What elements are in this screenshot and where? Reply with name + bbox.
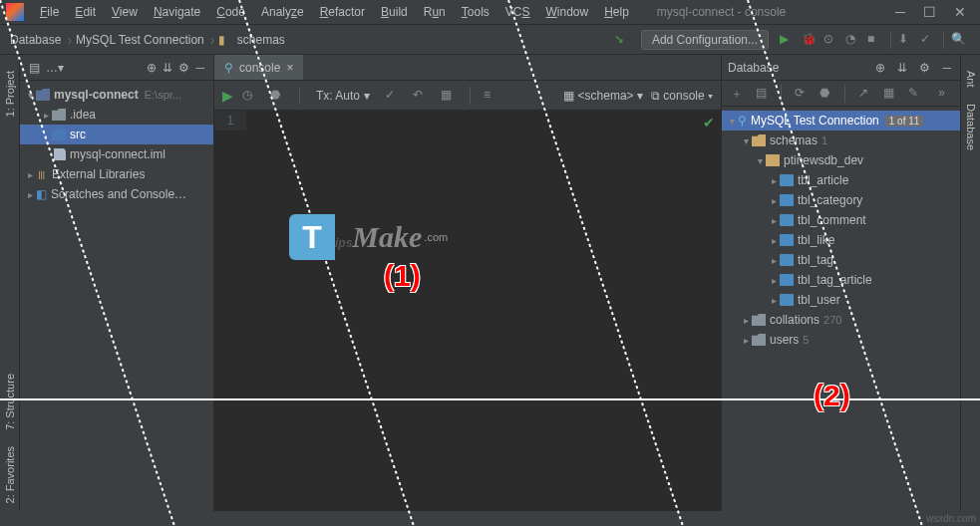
execute-icon[interactable]: ▶: [222, 88, 233, 104]
close-icon[interactable]: ×: [286, 61, 293, 75]
gear-icon[interactable]: ⚙: [178, 61, 189, 75]
more-icon[interactable]: »: [938, 86, 951, 102]
table-icon[interactable]: ▦: [883, 86, 896, 102]
hide-icon[interactable]: ─: [195, 61, 204, 75]
settings-icon[interactable]: ≡: [484, 88, 499, 104]
tx-mode-selector[interactable]: Tx: Auto ▾: [316, 89, 370, 103]
right-tool-strip: Ant Database: [960, 55, 980, 511]
database-toolbar: ＋ ▤ ⟳ ⬣ ↗ ▦ ✎ »: [722, 81, 960, 107]
menu-view[interactable]: View: [104, 2, 146, 22]
db-users[interactable]: users: [770, 333, 799, 347]
collapse-icon[interactable]: ⇊: [897, 61, 907, 75]
schema-selector[interactable]: ▦ <schema> ▾: [563, 89, 643, 103]
stop-icon[interactable]: ⬣: [270, 88, 286, 104]
close-button[interactable]: ✕: [954, 4, 966, 20]
tab-label: console: [239, 61, 280, 75]
db-schemas-folder[interactable]: schemas: [770, 133, 817, 147]
project-pane: ▤ …▾ ⊕ ⇊ ⚙ ─ ▾mysql-connectE:\spr... ▸.i…: [20, 55, 214, 511]
tree-item[interactable]: External Libraries: [52, 167, 145, 181]
db-table[interactable]: tbl_like: [798, 233, 834, 247]
build-icon[interactable]: ↘: [614, 32, 630, 48]
db-table[interactable]: tbl_article: [798, 173, 848, 187]
project-path: E:\spr...: [145, 89, 181, 101]
source-label: wsxdn.com: [926, 513, 976, 524]
tree-item[interactable]: .idea: [70, 108, 96, 122]
left-tool-strip: 1: Project 7: Structure 2: Favorites: [0, 55, 20, 511]
menu-help[interactable]: Help: [596, 2, 637, 22]
tree-item[interactable]: Scratches and Console…: [51, 187, 186, 201]
menu-bar: File Edit View Navigate Code Analyze Ref…: [0, 0, 980, 25]
chevron-right-icon: ›: [67, 32, 72, 48]
locate-icon[interactable]: ⊕: [147, 61, 157, 75]
db-table[interactable]: tbl_category: [798, 193, 862, 207]
tree-item[interactable]: src: [70, 128, 86, 141]
tool-tab-project[interactable]: 1: Project: [2, 63, 18, 125]
maximize-button[interactable]: ☐: [923, 4, 936, 20]
coverage-icon[interactable]: ⊙: [823, 32, 839, 48]
stop-icon[interactable]: ■: [867, 32, 883, 48]
menu-vcs[interactable]: VCS: [497, 2, 538, 22]
debug-icon[interactable]: 🐞: [802, 32, 817, 48]
menu-window[interactable]: Window: [537, 2, 596, 22]
tree-item[interactable]: mysql-connect.iml: [70, 147, 165, 161]
project-view-icon[interactable]: ▤: [29, 61, 40, 75]
menu-edit[interactable]: Edit: [67, 2, 104, 22]
hide-icon[interactable]: ─: [942, 61, 951, 75]
filter-icon[interactable]: ▤: [756, 86, 769, 102]
project-root[interactable]: mysql-connect: [54, 88, 139, 102]
console-selector[interactable]: ⧉ console ▾: [651, 89, 713, 103]
db-collations[interactable]: collations: [770, 313, 819, 327]
db-table[interactable]: tbl_tag_article: [798, 273, 872, 287]
project-tree[interactable]: ▾mysql-connectE:\spr... ▸.idea src mysql…: [20, 81, 213, 208]
chevron-right-icon: ›: [210, 32, 215, 48]
breadcrumb-item[interactable]: MySQL Test Connection: [76, 33, 204, 47]
menu-build[interactable]: Build: [373, 2, 416, 22]
edit-icon[interactable]: ✎: [908, 86, 921, 102]
history-icon[interactable]: ◷: [242, 88, 258, 104]
window-title: mysql-connect - console: [657, 5, 786, 19]
navigation-bar: Database › MySQL Test Connection › ▮ sch…: [0, 25, 980, 55]
collapse-icon[interactable]: ⇊: [163, 61, 172, 75]
menu-navigate[interactable]: Navigate: [146, 2, 208, 22]
ide-logo-icon: [6, 3, 24, 21]
annotation-divider: [0, 398, 980, 400]
menu-tools[interactable]: Tools: [454, 2, 497, 22]
menu-analyze[interactable]: Analyze: [253, 2, 312, 22]
stop-icon[interactable]: ⬣: [819, 86, 832, 102]
db-schema[interactable]: ptinewsdb_dev: [784, 153, 863, 167]
tool-tab-ant[interactable]: Ant: [963, 63, 979, 96]
commit-icon[interactable]: ✓: [385, 88, 401, 104]
gear-icon[interactable]: ⚙: [919, 61, 930, 75]
minimize-button[interactable]: ─: [895, 4, 905, 20]
jump-icon[interactable]: ↗: [858, 86, 871, 102]
menu-file[interactable]: File: [32, 2, 67, 22]
vcs-commit-icon[interactable]: ✓: [920, 32, 936, 48]
refresh-icon[interactable]: ⟳: [795, 86, 808, 102]
add-icon[interactable]: ＋: [731, 86, 744, 102]
search-icon[interactable]: 🔍: [951, 32, 967, 48]
inspection-ok-icon[interactable]: ✔: [703, 115, 715, 131]
tool-tab-database[interactable]: Database: [963, 96, 979, 158]
db-table[interactable]: tbl_user: [798, 293, 840, 307]
db-connection[interactable]: MySQL Test Connection: [751, 114, 879, 128]
breadcrumb-item[interactable]: ▮ schemas: [218, 33, 284, 47]
tool-tab-structure[interactable]: 7: Structure: [2, 366, 18, 438]
add-configuration-button[interactable]: Add Configuration...: [641, 30, 769, 50]
vcs-update-icon[interactable]: ⬇: [898, 32, 914, 48]
breadcrumb-item[interactable]: Database: [10, 33, 61, 47]
database-tree[interactable]: ▾⚲MySQL Test Connection1 of 11 ▾schemas1…: [722, 107, 960, 511]
tool-tab-favorites[interactable]: 2: Favorites: [2, 438, 18, 511]
project-dropdown-icon[interactable]: …▾: [46, 61, 64, 75]
locate-icon[interactable]: ⊕: [875, 61, 885, 75]
menu-code[interactable]: Code: [208, 2, 253, 22]
run-icon[interactable]: ▶: [780, 32, 796, 48]
menu-run[interactable]: Run: [416, 2, 454, 22]
profile-icon[interactable]: ◔: [845, 32, 861, 48]
db-table[interactable]: tbl_comment: [798, 213, 866, 227]
db-table[interactable]: tbl_tag: [798, 253, 833, 267]
rollback-icon[interactable]: ↶: [413, 88, 429, 104]
editor-tab[interactable]: ⚲ console ×: [214, 55, 303, 80]
menu-refactor[interactable]: Refactor: [312, 2, 373, 22]
explain-icon[interactable]: ▦: [441, 88, 457, 104]
line-number: 1: [214, 111, 246, 131]
